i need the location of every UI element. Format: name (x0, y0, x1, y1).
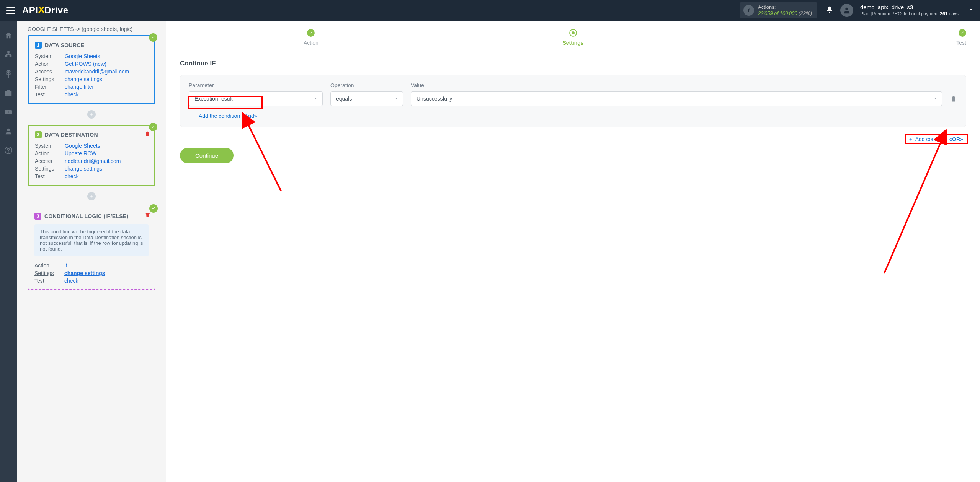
source-action[interactable]: Get ROWS (new) (65, 61, 148, 67)
svg-point-5 (7, 129, 10, 131)
logic-note: This condition will be triggered if the … (34, 224, 149, 256)
card-title: DATA SOURCE (45, 42, 84, 48)
info-icon: i (743, 5, 754, 16)
card-title: CONDITIONAL LOGIC (IF/ELSE) (44, 213, 128, 219)
logo[interactable]: APIXDrive (22, 5, 69, 16)
briefcase-icon[interactable] (4, 89, 13, 97)
source-test[interactable]: check (65, 91, 148, 98)
svg-rect-3 (10, 55, 11, 57)
label-operation: Operation (330, 82, 403, 88)
continue-button[interactable]: Continue (180, 148, 234, 163)
check-icon (149, 33, 157, 42)
annotation-arrow-and (243, 118, 289, 196)
select-parameter[interactable]: Execution result (189, 91, 323, 106)
logo-x: X (38, 5, 45, 15)
logo-post: Drive (44, 5, 69, 15)
logic-test[interactable]: check (64, 278, 149, 284)
delete-logic-icon[interactable] (145, 212, 151, 218)
source-filter[interactable]: change filter (65, 84, 148, 90)
add-and-condition[interactable]: Add the condition «And» (189, 111, 260, 120)
step-action[interactable]: Action (180, 29, 442, 46)
dest-action[interactable]: Update ROW (65, 150, 148, 156)
svg-rect-1 (8, 52, 9, 53)
check-icon (149, 123, 157, 131)
chevron-down-icon (313, 96, 318, 102)
dest-settings[interactable]: change settings (65, 166, 148, 172)
step-test[interactable]: Test (704, 29, 966, 46)
breadcrumb: GOOGLE SHEETS -> (google sheets, logic) (28, 26, 155, 32)
expand-user-menu[interactable] (968, 7, 974, 14)
dest-test[interactable]: check (65, 173, 148, 179)
logic-settings[interactable]: change settings (64, 270, 149, 276)
main: Action Settings Test Continue IF Paramet… (166, 21, 980, 482)
source-access[interactable]: maverickandrii@gmail.com (65, 68, 148, 75)
user-name: demo_apix_drive_s3 (860, 4, 959, 11)
check-icon (149, 204, 158, 213)
add-step-button[interactable] (87, 192, 96, 200)
help-icon[interactable] (4, 146, 13, 155)
label-parameter: Parameter (189, 82, 323, 88)
home-icon[interactable] (4, 31, 13, 40)
dollar-icon[interactable] (4, 70, 13, 78)
sitemap-icon[interactable] (4, 50, 13, 59)
label-value: Value (411, 82, 957, 88)
delete-destination-icon[interactable] (144, 130, 150, 137)
logic-action[interactable]: If (64, 262, 149, 269)
select-operation[interactable]: equals (330, 91, 403, 106)
svg-line-9 (884, 140, 942, 273)
actions-badge[interactable]: i Actions: 22'059 of 100'000 (22%) (740, 2, 817, 18)
step-settings[interactable]: Settings (442, 29, 704, 46)
svg-line-8 (247, 123, 281, 191)
youtube-icon[interactable] (4, 108, 13, 116)
left-rail (0, 21, 17, 482)
card-conditional-logic: 3CONDITIONAL LOGIC (IF/ELSE) This condit… (28, 207, 155, 290)
delete-condition-icon[interactable] (950, 95, 957, 103)
svg-point-7 (8, 151, 9, 152)
continue-if-heading: Continue IF (180, 60, 966, 67)
svg-rect-2 (6, 55, 7, 57)
actions-value: 22'059 of 100'000 (22%) (758, 10, 812, 16)
user-icon[interactable] (4, 127, 13, 135)
chevron-down-icon (933, 96, 938, 102)
filter-panel: Parameter Operation Value Execution resu… (180, 75, 966, 127)
user-plan: Plan |Premium PRO| left until payment 26… (860, 11, 959, 17)
chevron-down-icon (394, 96, 399, 102)
dest-system[interactable]: Google Sheets (65, 143, 148, 149)
annotation-arrow-or (880, 135, 949, 278)
card-data-source: 1DATA SOURCE SystemGoogle Sheets ActionG… (28, 35, 155, 104)
user-block[interactable]: demo_apix_drive_s3 Plan |Premium PRO| le… (860, 4, 959, 17)
menu-toggle[interactable] (6, 7, 15, 14)
sidebar: GOOGLE SHEETS -> (google sheets, logic) … (17, 21, 166, 482)
source-system[interactable]: Google Sheets (65, 53, 148, 59)
svg-point-0 (845, 8, 848, 10)
logo-pre: API (22, 5, 38, 15)
avatar[interactable] (840, 4, 853, 17)
add-step-button[interactable] (87, 110, 96, 119)
dest-access[interactable]: riddleandrii@gmail.com (65, 158, 148, 164)
source-settings[interactable]: change settings (65, 76, 148, 82)
actions-title: Actions: (758, 5, 812, 10)
topbar: APIXDrive i Actions: 22'059 of 100'000 (… (0, 0, 980, 21)
add-or-condition[interactable]: Add condition «OR» (905, 135, 966, 144)
card-title: DATA DESTINATION (45, 132, 98, 138)
card-data-destination: 2DATA DESTINATION SystemGoogle Sheets Ac… (28, 125, 155, 186)
bell-icon[interactable] (826, 6, 833, 15)
select-value[interactable]: Unsuccessfully (411, 91, 942, 106)
wizard-steps: Action Settings Test (180, 29, 966, 46)
